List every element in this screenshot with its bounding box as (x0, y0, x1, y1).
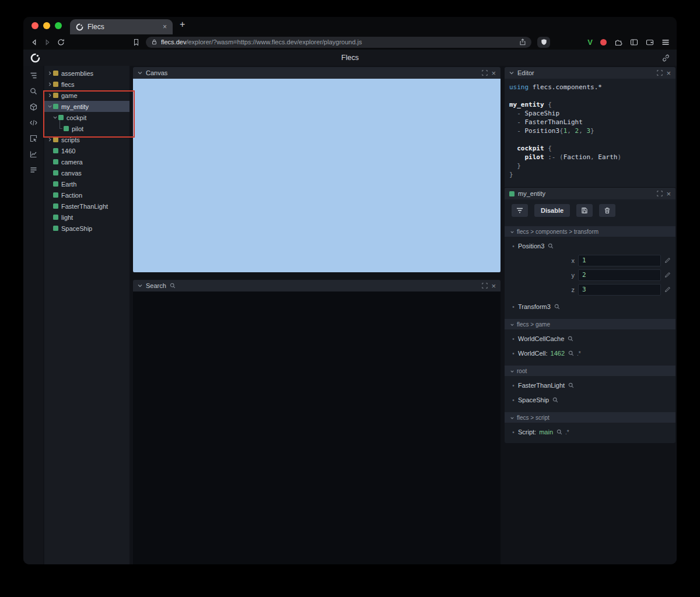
position3-x-input[interactable] (578, 255, 661, 266)
log-icon[interactable] (28, 166, 38, 174)
component-row[interactable]: •Script:main.* (505, 427, 676, 437)
extensions-puzzle-icon[interactable] (614, 38, 622, 46)
extension-v-icon[interactable]: V (587, 38, 593, 47)
component-row[interactable]: •Transform3 (505, 301, 676, 312)
entities-icon[interactable] (28, 103, 38, 111)
tree-item-label: light (61, 214, 73, 221)
tree-item-FasterThanLight[interactable]: FasterThanLight (44, 201, 130, 212)
expand-icon[interactable] (482, 70, 488, 76)
outliner-icon[interactable] (28, 71, 38, 79)
chevron-down-icon[interactable] (52, 115, 58, 120)
wallet-icon[interactable] (646, 38, 654, 46)
filter-button[interactable] (512, 204, 528, 217)
component-row[interactable]: •WorldCell:1462.* (505, 348, 676, 359)
bullet-icon: • (512, 336, 515, 342)
close-window-button[interactable] (32, 22, 38, 29)
tree-item-scripts[interactable]: scripts (44, 134, 130, 145)
back-icon[interactable] (30, 38, 38, 46)
delete-button[interactable] (599, 204, 615, 217)
close-icon[interactable]: × (666, 69, 671, 77)
tree-item-1460[interactable]: 1460 (44, 145, 130, 156)
new-tab-button[interactable]: + (180, 19, 185, 30)
expand-icon[interactable] (657, 70, 663, 76)
bookmark-icon[interactable] (132, 38, 140, 46)
tree-item-assemblies[interactable]: assemblies (44, 68, 130, 79)
search-icon[interactable] (568, 382, 574, 388)
tab-close-icon[interactable]: × (162, 23, 168, 30)
chevron-right-icon[interactable] (47, 138, 52, 142)
tree-item-label: camera (61, 159, 83, 166)
tree-item-Earth[interactable]: Earth (44, 178, 130, 189)
search-icon[interactable] (556, 429, 562, 435)
reload-icon[interactable] (57, 38, 65, 46)
forward-icon[interactable] (44, 38, 51, 46)
editor-code[interactable]: using flecs.components.* my_entity { - S… (505, 79, 676, 187)
close-icon[interactable]: × (666, 190, 671, 198)
tree-item-game[interactable]: game (44, 90, 130, 101)
component-row[interactable]: •FasterThanLight (505, 380, 676, 391)
zoom-window-button[interactable] (55, 22, 62, 29)
tree-item-pilot[interactable]: pilot (44, 123, 130, 134)
search-icon[interactable] (548, 243, 554, 249)
code-icon[interactable] (28, 118, 38, 127)
search-icon[interactable] (28, 87, 38, 95)
tree-item-cockpit[interactable]: cockpit (44, 112, 130, 123)
position3-z-input[interactable] (578, 284, 661, 296)
chevron-right-icon[interactable] (47, 93, 52, 97)
section-header[interactable]: flecs > script (505, 412, 676, 423)
chevron-down-icon[interactable] (47, 104, 52, 108)
search-results-area (133, 292, 501, 564)
component-row[interactable]: •Position3 (505, 241, 676, 251)
tree-item-canvas[interactable]: canvas (44, 167, 130, 178)
edit-icon[interactable] (664, 272, 671, 278)
tree-item-my_entity[interactable]: my_entity (44, 101, 130, 112)
tree-item-light[interactable]: light (44, 212, 130, 223)
inspector-panel-header: my_entity × (505, 188, 676, 199)
chevron-down-icon (510, 368, 514, 374)
share-icon[interactable] (519, 38, 526, 45)
search-icon[interactable] (568, 350, 574, 356)
extension-red-dot-icon[interactable] (600, 39, 607, 45)
component-row[interactable]: •SpaceShip (505, 395, 676, 405)
search-icon[interactable] (552, 397, 558, 403)
search-icon[interactable] (554, 304, 560, 310)
canvas-viewport[interactable] (133, 79, 501, 272)
inspect-icon[interactable] (28, 134, 38, 142)
save-button[interactable] (576, 204, 593, 217)
link-icon[interactable] (662, 54, 670, 62)
sidebar-toggle-icon[interactable] (630, 38, 638, 46)
url-bar[interactable]: flecs.dev/explorer/?wasm=https://www.fle… (146, 37, 531, 48)
expand-icon[interactable] (657, 191, 663, 196)
search-icon[interactable] (568, 336, 573, 342)
expand-icon[interactable] (482, 283, 488, 289)
entity-icon (58, 115, 64, 120)
chevron-down-icon[interactable] (509, 71, 514, 75)
entity-icon (53, 192, 58, 198)
component-name: SpaceShip (518, 396, 549, 403)
tree-item-flecs[interactable]: flecs (44, 79, 130, 90)
edit-icon[interactable] (664, 257, 671, 264)
chevron-down-icon[interactable] (138, 283, 142, 288)
chevron-right-icon[interactable] (47, 71, 52, 75)
wildcard-suffix: .* (577, 350, 581, 357)
stats-icon[interactable] (28, 150, 38, 158)
tree-item-camera[interactable]: camera (44, 156, 130, 167)
edit-icon[interactable] (664, 286, 671, 293)
section-header[interactable]: root (505, 366, 676, 376)
component-row[interactable]: •WorldCellCache (505, 333, 676, 344)
section-header[interactable]: flecs > components > transform (505, 226, 676, 237)
chevron-right-icon[interactable] (47, 82, 52, 86)
bullet-icon: • (512, 304, 515, 310)
tree-item-SpaceShip[interactable]: SpaceShip (44, 223, 130, 234)
close-icon[interactable]: × (491, 282, 496, 290)
section-header[interactable]: flecs > game (505, 319, 676, 329)
disable-button[interactable]: Disable (534, 204, 570, 217)
close-icon[interactable]: × (491, 69, 496, 77)
minimize-window-button[interactable] (43, 22, 50, 29)
shield-icon[interactable] (537, 37, 550, 48)
browser-tab[interactable]: Flecs × (70, 19, 173, 34)
menu-icon[interactable] (662, 38, 670, 46)
position3-y-input[interactable] (578, 269, 661, 281)
chevron-down-icon[interactable] (138, 71, 142, 75)
tree-item-Faction[interactable]: Faction (44, 189, 130, 201)
